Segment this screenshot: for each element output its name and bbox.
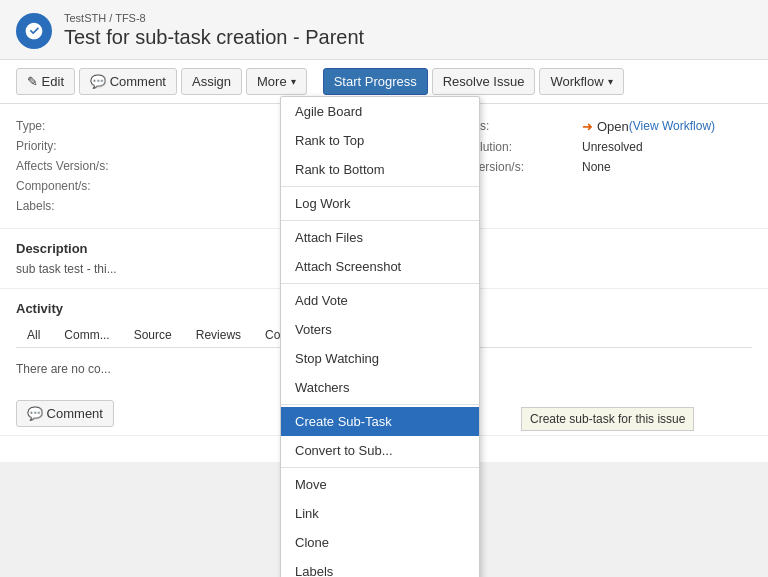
dropdown-item-add-vote[interactable]: Add Vote — [281, 286, 479, 315]
field-value-status: Open — [597, 119, 629, 134]
bottom-comment-button[interactable]: 💬 Comment — [16, 400, 114, 427]
title-area: TestSTH / TFS-8 Test for sub-task creati… — [64, 12, 364, 49]
field-fix-version: Fix Version/s: None — [452, 157, 752, 177]
field-label-labels: Labels: — [16, 199, 146, 213]
header: TestSTH / TFS-8 Test for sub-task creati… — [0, 0, 768, 60]
divider-3 — [281, 283, 479, 284]
resolve-issue-button[interactable]: Resolve Issue — [432, 68, 536, 95]
more-dropdown: Agile Board Rank to Top Rank to Bottom L… — [280, 96, 480, 577]
dropdown-item-move[interactable]: Move — [281, 470, 479, 499]
tab-reviews[interactable]: Reviews — [185, 322, 252, 347]
divider-1 — [281, 186, 479, 187]
logo — [16, 13, 52, 49]
tab-comments[interactable]: Comm... — [53, 322, 120, 347]
breadcrumb: TestSTH / TFS-8 — [64, 12, 364, 24]
chevron-down-icon: ▾ — [291, 76, 296, 87]
field-status: Status: ➜ Open (View Workflow) — [452, 116, 752, 137]
more-label: More — [257, 74, 287, 89]
start-progress-button[interactable]: Start Progress — [323, 68, 428, 95]
field-label-components: Component/s: — [16, 179, 146, 193]
dropdown-item-voters[interactable]: Voters — [281, 315, 479, 344]
dropdown-item-convert-to-sub[interactable]: Convert to Sub... — [281, 436, 479, 465]
tab-source[interactable]: Source — [123, 322, 183, 347]
dropdown-item-labels[interactable]: Labels — [281, 557, 479, 577]
breadcrumb-project[interactable]: TestSTH — [64, 12, 106, 24]
dropdown-item-attach-files[interactable]: Attach Files — [281, 223, 479, 252]
dropdown-item-watchers[interactable]: Watchers — [281, 373, 479, 402]
dropdown-item-link[interactable]: Link — [281, 499, 479, 528]
edit-button[interactable]: ✎ Edit — [16, 68, 75, 95]
workflow-button[interactable]: Workflow ▾ — [539, 68, 623, 95]
divider-2 — [281, 220, 479, 221]
status-arrow-icon: ➜ — [582, 119, 593, 134]
workflow-label: Workflow — [550, 74, 603, 89]
assign-button[interactable]: Assign — [181, 68, 242, 95]
field-resolution: Resolution: Unresolved — [452, 137, 752, 157]
field-label-priority: Priority: — [16, 139, 146, 153]
dropdown-item-rank-bottom[interactable]: Rank to Bottom — [281, 155, 479, 184]
dropdown-item-stop-watching[interactable]: Stop Watching — [281, 344, 479, 373]
more-button[interactable]: More ▾ — [246, 68, 307, 95]
toolbar: ✎ Edit 💬 Comment Assign More ▾ Start Pro… — [0, 60, 768, 104]
divider-4 — [281, 404, 479, 405]
divider-5 — [281, 467, 479, 468]
view-workflow-link[interactable]: (View Workflow) — [629, 119, 715, 133]
breadcrumb-issue[interactable]: TFS-8 — [115, 12, 146, 24]
field-value-fix-version: None — [582, 160, 611, 174]
rocket-icon — [24, 21, 44, 41]
dropdown-item-agile-board[interactable]: Agile Board — [281, 97, 479, 126]
right-fields: Status: ➜ Open (View Workflow) Resolutio… — [452, 116, 752, 216]
tab-all[interactable]: All — [16, 322, 51, 347]
dropdown-item-attach-screenshot[interactable]: Attach Screenshot — [281, 252, 479, 281]
page-title: Test for sub-task creation - Parent — [64, 26, 364, 49]
comment-button[interactable]: 💬 Comment — [79, 68, 177, 95]
dropdown-item-log-work[interactable]: Log Work — [281, 189, 479, 218]
workflow-chevron-icon: ▾ — [608, 76, 613, 87]
field-value-resolution: Unresolved — [582, 140, 643, 154]
dropdown-item-rank-top[interactable]: Rank to Top — [281, 126, 479, 155]
dropdown-item-create-subtask[interactable]: Create Sub-Task Create sub-task for this… — [281, 407, 479, 436]
field-label-affects: Affects Version/s: — [16, 159, 146, 173]
dropdown-item-clone[interactable]: Clone — [281, 528, 479, 557]
field-label-type: Type: — [16, 119, 146, 133]
